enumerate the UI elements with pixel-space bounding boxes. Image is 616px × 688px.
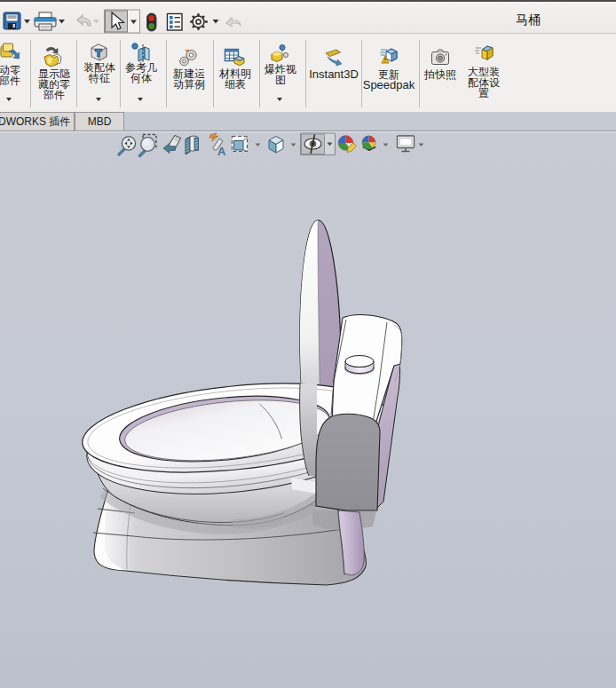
svg-text:A: A: [217, 145, 226, 158]
